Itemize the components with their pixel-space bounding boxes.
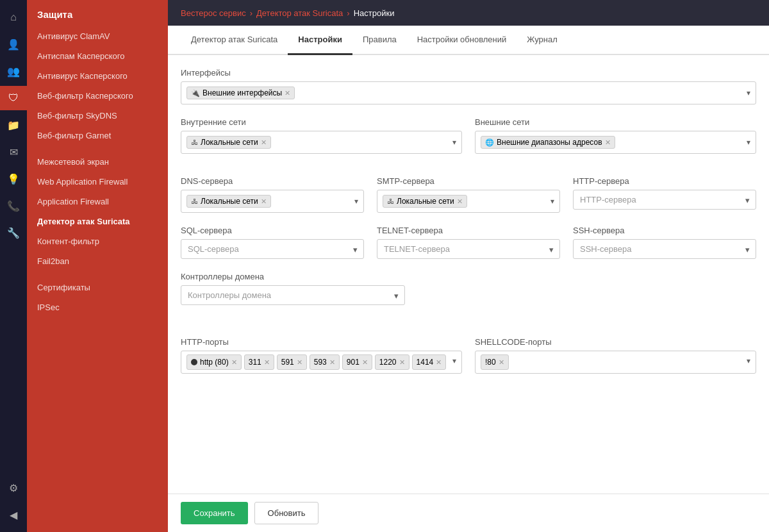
sidebar-item-app-firewall[interactable]: Application Firewall: [27, 192, 168, 212]
user-icon[interactable]: 👤: [0, 32, 27, 56]
sidebar-item-antivirus-kaspersky[interactable]: Антивирус Касперского: [27, 66, 168, 86]
domain-select[interactable]: Контроллеры домена: [181, 285, 405, 305]
bulb-icon[interactable]: 💡: [0, 167, 27, 191]
settings-icon[interactable]: ⚙: [0, 476, 27, 500]
servers-row-2: SQL-сервера SQL-сервера TELNET-сервера T…: [181, 226, 756, 272]
http-select[interactable]: HTTP-сервера: [573, 190, 756, 210]
internal-networks-input[interactable]: 🖧 Локальные сети ✕ ▾: [181, 131, 462, 154]
sidebar-item-webfilter-kaspersky[interactable]: Веб-фильтр Касперского: [27, 86, 168, 106]
http-dot-icon: [191, 359, 197, 365]
external-networks-group: Внешние сети 🌐 Внешние диапазоны адресов…: [475, 117, 756, 154]
tab-journal[interactable]: Журнал: [517, 26, 567, 55]
interfaces-label: Интерфейсы: [181, 68, 756, 78]
breadcrumb-sep-1: ›: [250, 8, 252, 18]
group-icon[interactable]: 👥: [0, 59, 27, 83]
breadcrumb: Вестерос сервис › Детектор атак Suricata…: [168, 0, 769, 26]
telnet-group: TELNET-сервера TELNET-сервера: [377, 226, 560, 259]
sidebar-item-firewall[interactable]: Межсетевой экран: [27, 152, 168, 172]
sidebar-item-waf[interactable]: Web Application Firewall: [27, 172, 168, 192]
external-networks-tag: 🌐 Внешние диапазоны адресов ✕: [481, 136, 615, 149]
http-ports-label: HTTP-порты: [181, 337, 462, 347]
sidebar-item-webfilter-skydns[interactable]: Веб-фильтр SkyDNS: [27, 106, 168, 126]
shellcode-ports-input[interactable]: !80 ✕ ▾: [475, 351, 756, 374]
internal-networks-group: Внутренние сети 🖧 Локальные сети ✕ ▾: [181, 117, 462, 154]
sql-label: SQL-сервера: [181, 226, 364, 235]
smtp-net-icon: 🖧: [387, 197, 394, 205]
sidebar-item-antivirus-clamav[interactable]: Антивирус ClamAV: [27, 26, 168, 46]
smtp-tag: 🖧 Локальные сети ✕: [383, 195, 467, 208]
http-port-80-close[interactable]: ✕: [231, 358, 237, 367]
http-port-1414-label: 1414: [417, 358, 434, 367]
sidebar-item-fail2ban[interactable]: Fail2ban: [27, 251, 168, 271]
sep3: [181, 328, 756, 337]
breadcrumb-item-1[interactable]: Вестерос сервис: [181, 8, 246, 18]
http-ports-dropdown-arrow[interactable]: ▾: [452, 356, 456, 365]
interfaces-tag-external: 🔌 Внешние интерфейсы ✕: [186, 87, 295, 99]
internal-tag-close[interactable]: ✕: [261, 138, 267, 147]
http-port-tag-80: http (80) ✕: [186, 354, 242, 370]
http-port-1220-close[interactable]: ✕: [399, 358, 405, 367]
interfaces-dropdown-arrow[interactable]: ▾: [747, 88, 750, 97]
dns-tag-close[interactable]: ✕: [261, 197, 267, 206]
external-tag-close[interactable]: ✕: [605, 138, 611, 147]
ssh-select-wrapper: SSH-сервера: [573, 239, 756, 259]
dns-tag-label: Локальные сети: [201, 197, 258, 206]
http-port-tag-901: 901 ✕: [342, 354, 372, 370]
wrench-icon[interactable]: 🔧: [0, 220, 27, 245]
sidebar: Защита Антивирус ClamAV Антиспам Касперс…: [27, 0, 168, 532]
dns-input[interactable]: 🖧 Локальные сети ✕ ▾: [181, 190, 364, 213]
sidebar-item-suricata[interactable]: Детектор атак Suricata: [27, 212, 168, 231]
telnet-select[interactable]: TELNET-сервера: [377, 239, 560, 259]
interfaces-tag-close[interactable]: ✕: [285, 89, 290, 97]
shellcode-port-80-label: !80: [485, 358, 496, 367]
http-port-tag-1220: 1220 ✕: [375, 354, 409, 370]
interfaces-group: Интерфейсы 🔌 Внешние интерфейсы ✕ ▾: [181, 68, 756, 104]
tab-update-settings[interactable]: Настройки обновлений: [407, 26, 517, 55]
sidebar-divider-2: [27, 271, 168, 278]
http-port-901-close[interactable]: ✕: [362, 358, 368, 367]
external-dropdown-arrow[interactable]: ▾: [747, 138, 750, 147]
folder-icon[interactable]: 📁: [0, 113, 27, 137]
sidebar-item-ipsec[interactable]: IPSec: [27, 297, 168, 317]
smtp-input[interactable]: 🖧 Локальные сети ✕ ▾: [377, 190, 560, 213]
external-networks-input[interactable]: 🌐 Внешние диапазоны адресов ✕ ▾: [475, 131, 756, 154]
sql-select[interactable]: SQL-сервера: [181, 239, 364, 259]
arrow-left-icon[interactable]: ◀: [0, 503, 27, 527]
sql-group: SQL-сервера SQL-сервера: [181, 226, 364, 259]
save-button[interactable]: Сохранить: [181, 502, 248, 524]
tab-rules[interactable]: Правила: [352, 26, 407, 55]
smtp-dropdown-arrow[interactable]: ▾: [550, 197, 554, 206]
breadcrumb-item-2[interactable]: Детектор атак Suricata: [256, 8, 343, 18]
internal-networks-tag-label: Локальные сети: [201, 138, 258, 147]
http-port-311-label: 311: [249, 358, 261, 367]
tab-suricata[interactable]: Детектор атак Suricata: [181, 26, 288, 55]
tab-settings[interactable]: Настройки: [288, 26, 352, 55]
http-port-311-close[interactable]: ✕: [264, 358, 270, 367]
shellcode-ports-dropdown-arrow[interactable]: ▾: [747, 356, 750, 365]
smtp-tag-close[interactable]: ✕: [457, 197, 463, 206]
internal-networks-label: Внутренние сети: [181, 117, 462, 127]
internal-dropdown-arrow[interactable]: ▾: [452, 138, 456, 147]
shellcode-port-80-close[interactable]: ✕: [499, 358, 504, 367]
phone-icon[interactable]: 📞: [0, 194, 27, 218]
mail-icon[interactable]: ✉: [0, 140, 27, 164]
http-port-1414-close[interactable]: ✕: [436, 358, 442, 367]
dns-net-icon: 🖧: [191, 197, 198, 205]
shield-icon[interactable]: 🛡: [0, 86, 27, 110]
dns-dropdown-arrow[interactable]: ▾: [354, 197, 358, 206]
sidebar-item-antispam-kaspersky[interactable]: Антиспам Касперского: [27, 46, 168, 66]
http-port-tag-593: 593 ✕: [310, 354, 340, 370]
interfaces-input[interactable]: 🔌 Внешние интерфейсы ✕ ▾: [181, 81, 756, 104]
http-port-593-close[interactable]: ✕: [329, 358, 335, 367]
refresh-button[interactable]: Обновить: [254, 502, 319, 524]
home-icon[interactable]: ⌂: [0, 5, 27, 29]
domain-controllers-group: Контроллеры домена Контроллеры домена: [181, 272, 405, 305]
http-ports-input[interactable]: http (80) ✕ 311 ✕ 591 ✕ 593: [181, 351, 462, 374]
sidebar-item-content-filter[interactable]: Контент-фильтр: [27, 231, 168, 251]
bottom-bar: Сохранить Обновить: [168, 494, 769, 532]
internal-networks-tag: 🖧 Локальные сети ✕: [186, 136, 271, 149]
http-port-591-close[interactable]: ✕: [297, 358, 302, 367]
sidebar-item-webfilter-garnet[interactable]: Веб-фильтр Garnet: [27, 126, 168, 145]
sidebar-item-certificates[interactable]: Сертификаты: [27, 278, 168, 297]
ssh-select[interactable]: SSH-сервера: [573, 239, 756, 259]
